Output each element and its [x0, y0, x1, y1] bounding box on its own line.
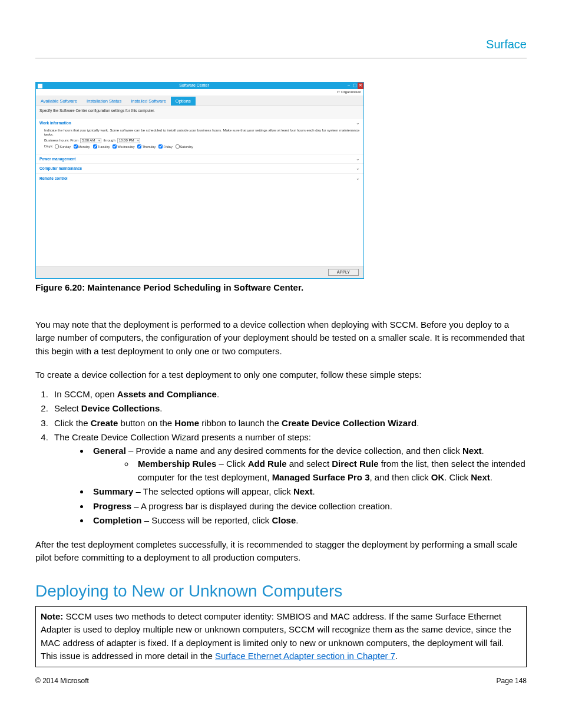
- bullet-progress: Progress – A progress bar is displayed d…: [90, 500, 527, 513]
- hours-through-label: through: [103, 139, 115, 143]
- steps-list: In SCCM, open Assets and Compliance. Sel…: [51, 388, 527, 528]
- paragraph-deploy-note: You may note that the deployment is perf…: [35, 318, 527, 358]
- work-info-desc: Indicate the hours that you typically wo…: [44, 129, 360, 137]
- empty-area: [36, 183, 363, 266]
- paragraph-after-test: After the test deployment completes succ…: [35, 538, 527, 565]
- step-2: Select Device Collections.: [51, 402, 527, 416]
- step-1: In SCCM, open Assets and Compliance.: [51, 388, 527, 401]
- app-icon: [38, 84, 42, 88]
- section-computer-maintenance: Computer maintenance ⌄: [36, 163, 363, 173]
- sub-bullet-membership: Membership Rules – Click Add Rule and se…: [134, 457, 527, 484]
- bullet-summary: Summary – The selected options will appe…: [90, 485, 527, 499]
- window-titlebar: Software Center – ▢ ✕: [36, 83, 363, 89]
- page-number: Page 148: [497, 676, 527, 686]
- section-title-maintenance[interactable]: Computer maintenance: [39, 165, 82, 172]
- section-title-work-info[interactable]: Work information: [39, 120, 71, 127]
- tab-options[interactable]: Options: [171, 97, 196, 106]
- options-instruction: Specify the Software Center configuratio…: [36, 106, 363, 118]
- section-remote-control: Remote control ⌄: [36, 173, 363, 183]
- note-link[interactable]: Surface Ethernet Adapter section in Chap…: [215, 651, 395, 661]
- day-checkbox-saturday[interactable]: Saturday: [176, 144, 193, 149]
- note-label: Note:: [41, 611, 63, 621]
- section-power-management: Power management ⌄: [36, 154, 363, 164]
- note-box: Note: SCCM uses two methods to detect co…: [35, 606, 527, 667]
- bullet-general: General – Provide a name and any desired…: [90, 444, 527, 485]
- page-header: Surface: [35, 35, 527, 58]
- tab-installation-status[interactable]: Installation Status: [82, 97, 126, 106]
- apply-button[interactable]: APPLY: [328, 269, 359, 276]
- day-checkbox-wednesday[interactable]: Wednesday: [113, 144, 134, 149]
- section-work-information: Work information ⌄ Indicate the hours th…: [36, 118, 363, 154]
- section-title-power[interactable]: Power management: [39, 156, 75, 163]
- window-title: Software Center: [42, 83, 346, 88]
- org-label: IT Organization: [36, 89, 363, 95]
- step-3: Click the Create button on the Home ribb…: [51, 417, 527, 430]
- window-footer: APPLY: [36, 266, 363, 278]
- close-icon[interactable]: ✕: [358, 83, 363, 89]
- section-heading: Deploying to New or Unknown Computers: [35, 579, 527, 604]
- day-checkbox-sunday[interactable]: Sunday: [55, 144, 71, 149]
- day-checkbox-monday[interactable]: Monday: [74, 144, 90, 149]
- chevron-down-icon[interactable]: ⌄: [356, 120, 360, 126]
- chevron-down-icon[interactable]: ⌄: [356, 156, 360, 162]
- tab-available-software[interactable]: Available Software: [36, 97, 82, 106]
- days-label: Days:: [44, 144, 53, 149]
- day-checkbox-tuesday[interactable]: Tuesday: [93, 144, 110, 149]
- minimize-icon[interactable]: –: [346, 83, 352, 89]
- note-body-end: .: [395, 651, 398, 661]
- copyright: © 2014 Microsoft: [35, 676, 89, 686]
- step-4: The Create Device Collection Wizard pres…: [51, 431, 527, 528]
- day-checkbox-thursday[interactable]: Thursday: [137, 144, 156, 149]
- chevron-down-icon[interactable]: ⌄: [356, 166, 360, 172]
- software-center-window: Software Center – ▢ ✕ IT Organization Av…: [35, 82, 364, 279]
- page-footer: © 2014 Microsoft Page 148: [35, 676, 527, 686]
- brand-logo: Surface: [486, 35, 527, 53]
- chevron-down-icon[interactable]: ⌄: [356, 176, 360, 182]
- from-time-select[interactable]: 5:00 AM: [80, 138, 101, 143]
- to-time-select[interactable]: 10:00 PM: [117, 138, 141, 143]
- day-checkbox-friday[interactable]: Friday: [158, 144, 172, 149]
- tab-bar: Available Software Installation Status I…: [36, 95, 363, 106]
- hours-from-label: Business hours: From: [44, 139, 78, 143]
- figure-caption: Figure 6.20: Maintenance Period Scheduli…: [35, 281, 527, 295]
- section-title-remote[interactable]: Remote control: [39, 175, 68, 182]
- paragraph-steps-intro: To create a device collection for a test…: [35, 368, 527, 382]
- maximize-icon[interactable]: ▢: [352, 83, 358, 89]
- tab-installed-software[interactable]: Installed Software: [126, 97, 171, 106]
- bullet-completion: Completion – Success will be reported, c…: [90, 514, 527, 528]
